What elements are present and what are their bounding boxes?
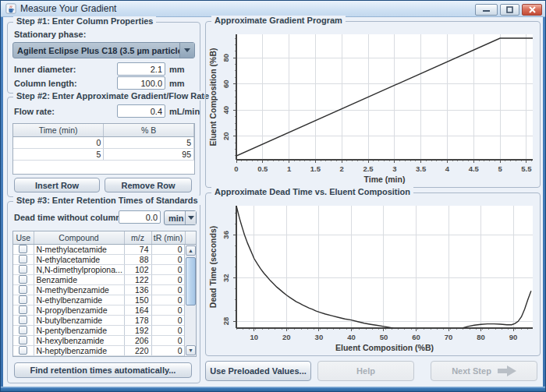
tr-cell[interactable]: 0: [151, 325, 185, 335]
table-row: N-methylbenzamide1360: [13, 284, 197, 295]
tr-cell[interactable]: 0: [151, 264, 185, 274]
dead-time-group: Approximate Dead Time vs. Eluent Composi…: [205, 192, 541, 356]
svg-text:60: 60: [412, 333, 420, 341]
use-cell[interactable]: [13, 254, 34, 264]
scrollbar-thumb[interactable]: [186, 257, 196, 305]
next-step-label: Next Step: [452, 366, 491, 376]
tr-cell[interactable]: 0: [151, 335, 185, 345]
chevron-down-icon[interactable]: [185, 211, 196, 224]
tr-cell[interactable]: 0: [151, 284, 185, 295]
mz-cell[interactable]: 192: [124, 325, 151, 335]
maximize-button[interactable]: [500, 4, 519, 16]
table-cell[interactable]: 0: [13, 136, 104, 148]
mz-cell[interactable]: 74: [124, 244, 151, 254]
use-checkbox[interactable]: [19, 295, 27, 304]
compound-cell[interactable]: Benzamide: [34, 274, 124, 284]
remove-row-button[interactable]: Remove Row: [105, 178, 192, 192]
tr-cell[interactable]: 0: [151, 345, 185, 355]
table-cell[interactable]: 5: [13, 148, 104, 160]
compound-cell[interactable]: N-heptylbenzamide: [34, 345, 124, 355]
mz-cell[interactable]: 102: [124, 264, 151, 274]
use-cell[interactable]: [13, 295, 34, 305]
compound-cell[interactable]: N-propylbenzamide: [34, 305, 124, 315]
mz-cell[interactable]: 150: [124, 295, 151, 305]
compound-cell[interactable]: N-pentylbenzamide: [34, 325, 124, 335]
next-step-button[interactable]: Next Step: [431, 361, 537, 381]
inner-diameter-input[interactable]: [117, 62, 165, 76]
tr-cell[interactable]: 0: [151, 315, 185, 325]
use-checkbox[interactable]: [19, 316, 27, 324]
use-checkbox[interactable]: [19, 275, 27, 284]
use-checkbox[interactable]: [19, 285, 27, 294]
dead-time-unit-select[interactable]: min: [164, 210, 197, 225]
svg-text:3: 3: [392, 164, 396, 173]
tr-cell[interactable]: 0: [151, 254, 185, 264]
scroll-down-icon[interactable]: ▼: [186, 345, 196, 355]
table-cell[interactable]: 5: [104, 136, 194, 148]
compound-cell[interactable]: N-ethylacetamide: [34, 254, 124, 264]
mz-cell[interactable]: 136: [124, 284, 151, 295]
use-cell[interactable]: [13, 274, 34, 284]
dead-time-label: Dead time without column:: [14, 213, 124, 222]
titlebar[interactable]: Measure Your Gradient: [1, 1, 545, 17]
chevron-down-icon[interactable]: [179, 43, 194, 58]
insert-row-button[interactable]: Insert Row: [14, 178, 100, 192]
use-cell[interactable]: [13, 264, 34, 274]
use-cell[interactable]: [13, 244, 34, 254]
column-length-input[interactable]: [117, 76, 165, 90]
use-preloaded-values-button[interactable]: Use Preloaded Values...: [205, 361, 311, 381]
compound-cell[interactable]: N,N-dimethylpropiona...: [34, 264, 124, 274]
compound-cell[interactable]: N-methylacetamide: [34, 244, 124, 254]
use-checkbox[interactable]: [19, 326, 27, 334]
flow-rate-input[interactable]: [117, 104, 165, 118]
use-checkbox[interactable]: [19, 336, 27, 344]
svg-text:32: 32: [222, 274, 230, 282]
mz-cell[interactable]: 178: [124, 315, 151, 325]
inner-diameter-label: Inner diameter:: [14, 65, 76, 74]
help-button[interactable]: Help: [317, 361, 414, 381]
svg-text:Time (min): Time (min): [364, 175, 406, 184]
standards-table-scrollbar[interactable]: ▲ ▼: [184, 245, 196, 356]
use-checkbox[interactable]: [19, 245, 27, 253]
maximize-icon: [506, 6, 513, 13]
table-header-row: Time (min)% B: [13, 124, 194, 136]
window-title: Measure Your Gradient: [20, 3, 116, 14]
svg-text:20: 20: [282, 333, 291, 341]
mz-cell[interactable]: 122: [124, 274, 151, 284]
use-checkbox[interactable]: [19, 255, 27, 263]
mz-cell[interactable]: 88: [124, 254, 151, 264]
mz-cell[interactable]: 164: [124, 305, 151, 315]
use-cell[interactable]: [13, 284, 34, 295]
svg-text:10: 10: [250, 333, 259, 341]
use-checkbox[interactable]: [19, 305, 27, 314]
compound-cell[interactable]: N-ethylbenzamide: [34, 295, 124, 305]
mz-cell[interactable]: 220: [124, 345, 151, 355]
tr-cell[interactable]: 0: [151, 305, 185, 315]
tr-cell[interactable]: 0: [151, 244, 185, 254]
svg-text:Eluent Composition (%B): Eluent Composition (%B): [335, 343, 434, 352]
dead-time-input[interactable]: [119, 210, 161, 224]
use-cell[interactable]: [13, 345, 34, 355]
tr-cell[interactable]: 0: [151, 274, 185, 284]
use-cell[interactable]: [13, 325, 34, 335]
tr-cell[interactable]: 0: [151, 295, 185, 305]
table-cell[interactable]: 95: [104, 148, 194, 160]
minimize-button[interactable]: [475, 4, 498, 16]
close-button[interactable]: [522, 4, 542, 16]
use-cell[interactable]: [13, 335, 34, 345]
use-checkbox[interactable]: [19, 346, 27, 355]
svg-text:40: 40: [222, 106, 230, 115]
scroll-up-icon[interactable]: ▲: [186, 245, 196, 256]
stationary-phase-select[interactable]: Agilent Eclipse Plus C18 (3.5 µm particl…: [12, 42, 195, 58]
compound-cell[interactable]: N-butylbenzamide: [34, 315, 124, 325]
compound-cell[interactable]: N-hexylbenzamide: [34, 335, 124, 345]
use-checkbox[interactable]: [19, 265, 27, 274]
svg-text:Dead Time (seconds): Dead Time (seconds): [208, 226, 218, 308]
table-row: N-propylbenzamide1640: [13, 305, 197, 315]
find-retention-times-button[interactable]: Find retention times automatically...: [14, 362, 192, 378]
table-row: Benzamide1220: [13, 274, 197, 284]
compound-cell[interactable]: N-methylbenzamide: [34, 284, 124, 295]
use-cell[interactable]: [13, 315, 34, 325]
use-cell[interactable]: [13, 305, 34, 315]
mz-cell[interactable]: 206: [124, 335, 151, 345]
